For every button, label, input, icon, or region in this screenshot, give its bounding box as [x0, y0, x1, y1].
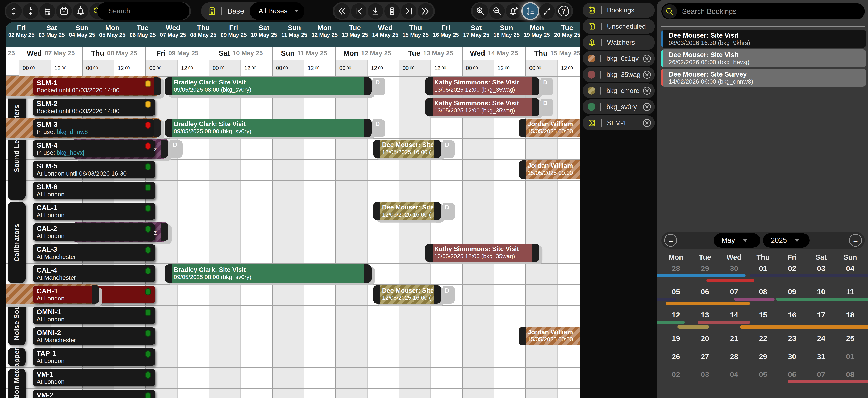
booking-bar[interactable]: Dee Mouser: Site12/05/2025 16:00 ( — [373, 140, 441, 158]
calendar-day[interactable]: 06 — [690, 288, 719, 296]
month-dropdown[interactable]: May — [714, 233, 761, 247]
help-icon[interactable]: ? — [556, 3, 571, 19]
booking-bar-dimmed[interactable]: D — [541, 78, 553, 95]
booking-bar-resize-handle[interactable] — [92, 285, 99, 304]
calendar-day[interactable]: 01 — [836, 352, 865, 361]
close-icon[interactable] — [643, 119, 651, 127]
calendar-day[interactable]: 28 — [720, 352, 749, 361]
bookings-search[interactable] — [661, 3, 865, 20]
resource-card[interactable]: TAP-1At London — [33, 348, 155, 365]
booking-bar-dimmed[interactable]: D — [170, 140, 183, 158]
calendar-day[interactable]: 15 — [749, 311, 778, 319]
close-icon[interactable] — [643, 54, 651, 63]
booking-bar-resize-handle[interactable] — [165, 264, 172, 283]
edit-alert-icon[interactable] — [506, 3, 522, 19]
sidebar-button-bkg_cmore[interactable]: bkg_cmore — [583, 83, 655, 98]
booking-bar-resize-handle[interactable] — [425, 98, 433, 117]
jump-start-icon[interactable] — [334, 3, 350, 19]
calendar-day[interactable]: 24 — [807, 334, 836, 343]
sidebar-button-bkg_6c1qv[interactable]: bkg_6c1qv — [583, 51, 655, 66]
calendar-day[interactable]: 05 — [661, 288, 690, 296]
calendar-day[interactable]: 02 — [778, 264, 807, 273]
resource-card[interactable]: OMNI-2At Manchester — [33, 327, 155, 344]
booking-bar-dimmed[interactable]: D — [373, 119, 385, 137]
booking-bar-resize-handle[interactable] — [161, 140, 168, 158]
resource-card[interactable]: SLM-3In use: bkg_dnnw8 — [33, 119, 155, 137]
booking-bar[interactable]: Dee Mouser: Site12/05/2025 16:00 ( — [373, 285, 441, 304]
sidebar-button-unscheduled[interactable]: Unscheduled — [583, 19, 655, 34]
grouping-icon[interactable] — [39, 3, 55, 19]
download-icon[interactable] — [368, 3, 383, 19]
booking-bar[interactable]: Bradley Clark: Site Visit09/05/2025 08:0… — [165, 264, 372, 283]
booking-link[interactable]: bkg_dnnw8 — [57, 128, 88, 135]
booking-bar-resize-handle[interactable] — [425, 77, 433, 96]
prev-month-button[interactable]: ← — [664, 234, 677, 247]
booking-bar-resize-handle[interactable] — [532, 98, 539, 117]
resource-card[interactable]: SLM-5At London until 08/03/2026 16:30 — [33, 161, 155, 178]
booking-bar-dimmed[interactable]: D — [443, 140, 455, 158]
calendar-day[interactable]: 20 — [690, 334, 719, 343]
sidebar-button-slm-1[interactable]: SLM-1 — [583, 115, 655, 130]
close-icon[interactable] — [643, 86, 651, 95]
booking-bar-resize-handle[interactable] — [165, 77, 172, 96]
calendar-day[interactable]: 19 — [661, 334, 690, 343]
booking-bar[interactable]: Jordan Williamso15/05/2025 00:00 — [519, 327, 580, 345]
booking-card[interactable]: Dee Mouser: Site Visit26/02/2026 08:00 (… — [661, 49, 866, 67]
booking-bar-resize-handle[interactable] — [364, 264, 372, 283]
booking-bar-resize-handle[interactable] — [373, 140, 380, 158]
sidebar-button-watchers[interactable]: Watchers — [583, 35, 655, 50]
booking-bar[interactable]: Jordan Williamso15/05/2025 00:00 — [519, 161, 580, 179]
booking-bar-resize-handle[interactable] — [364, 77, 372, 96]
booking-bar[interactable]: Kathy Simmmons: Site Visit13/05/2025 12:… — [425, 77, 539, 96]
close-icon[interactable] — [643, 70, 651, 79]
step-forward-icon[interactable] — [401, 3, 416, 19]
calendar-day[interactable]: 18 — [836, 311, 865, 319]
search-input[interactable] — [97, 2, 189, 20]
resource-card[interactable]: VM-2 — [33, 390, 155, 398]
resource-card[interactable]: SLM-1Booked until 08/03/2026 14:00 — [33, 78, 155, 95]
resource-card[interactable]: OMNI-1At London — [33, 306, 155, 324]
calendar-day[interactable]: 01 — [749, 264, 778, 273]
booking-bar-resize-handle[interactable] — [434, 285, 441, 304]
calendar-day[interactable]: 06 — [778, 370, 807, 379]
booking-bar-dimmed[interactable]: D — [443, 286, 455, 303]
booking-bar[interactable]: Jordan Williamso15/05/2025 00:00 — [519, 119, 580, 137]
calendar-day[interactable]: 02 — [661, 370, 690, 379]
calendar-day[interactable]: 07 — [807, 370, 836, 379]
calendar-day[interactable]: 29 — [690, 264, 719, 273]
calendar-day[interactable]: 30 — [778, 352, 807, 361]
step-back-icon[interactable] — [351, 3, 367, 19]
calendar-day[interactable]: 14 — [720, 311, 749, 319]
resource-card[interactable]: VM-1At London — [33, 369, 155, 386]
zoom-in-icon[interactable] — [472, 3, 488, 19]
route-icon[interactable] — [539, 3, 555, 19]
resource-card[interactable]: SLM-6At London — [33, 182, 155, 199]
calendar-day[interactable]: 07 — [720, 288, 749, 296]
booking-bar-resize-handle[interactable] — [165, 119, 172, 137]
booking-bar-resize-handle[interactable] — [154, 119, 161, 137]
calendar-day[interactable]: 08 — [836, 370, 865, 379]
booking-bar[interactable]: Bradley Clark: Site Visit09/05/2025 08:0… — [165, 77, 372, 96]
booking-bar-dimmed[interactable]: D — [443, 203, 455, 220]
booking-bar-dimmed[interactable]: D — [373, 78, 385, 95]
resource-card[interactable]: SLM-4In use: bkg_hevxj — [33, 140, 155, 157]
jump-end-icon[interactable] — [418, 3, 433, 19]
resource-card[interactable]: CAL-1At London — [33, 203, 155, 220]
calendar-day[interactable]: 12 — [661, 311, 690, 319]
booking-bar-resize-handle[interactable] — [425, 243, 433, 262]
close-icon[interactable] — [643, 102, 651, 111]
calendar-day[interactable]: 25 — [836, 334, 865, 343]
year-dropdown[interactable]: 2025 — [763, 233, 810, 247]
calendar-day[interactable]: 29 — [749, 352, 778, 361]
zoom-out-icon[interactable] — [489, 3, 505, 19]
booking-bar-resize-handle[interactable] — [364, 119, 372, 137]
sidebar-button-bkg_sv0ry[interactable]: bkg_sv0ry — [583, 99, 655, 114]
calendar-day[interactable]: 22 — [749, 334, 778, 343]
base-dropdown[interactable]: All Bases — [250, 2, 305, 20]
resource-card[interactable]: CAL-3At Manchester — [33, 244, 155, 261]
booking-bar-resize-handle[interactable] — [519, 119, 526, 137]
resource-card[interactable]: CAL-2At London — [33, 224, 155, 241]
calendar-day[interactable]: 03 — [690, 370, 719, 379]
booking-bar-resize-handle[interactable] — [434, 202, 441, 220]
resource-card[interactable]: SLM-2Booked until 08/03/2026 14:00 — [33, 99, 155, 116]
